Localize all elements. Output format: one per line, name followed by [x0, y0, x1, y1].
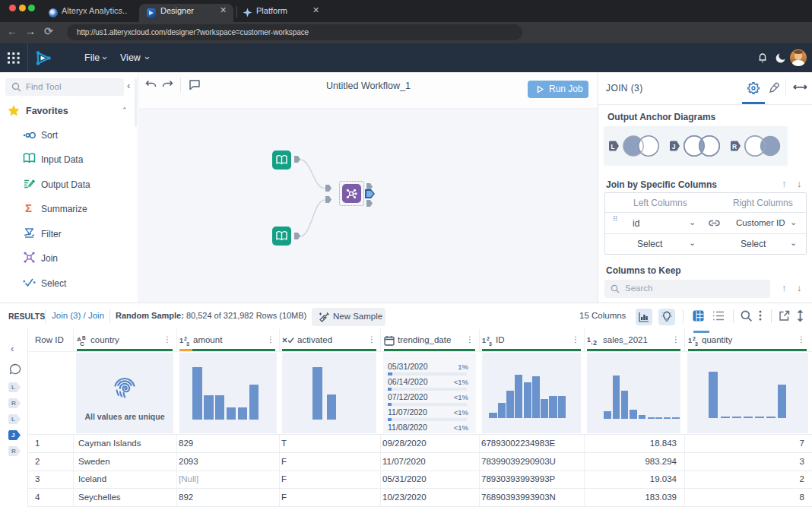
svg-text:2: 2	[487, 336, 490, 341]
svg-text:2: 2	[693, 336, 696, 341]
svg-text:3: 3	[186, 341, 189, 347]
svg-text:R: R	[732, 143, 737, 151]
svg-text:1: 1	[179, 337, 183, 344]
svg-text:3: 3	[695, 341, 698, 347]
svg-text:B: B	[82, 335, 86, 341]
svg-text:J: J	[672, 143, 676, 151]
svg-text:C: C	[80, 341, 84, 347]
svg-text:L: L	[611, 143, 614, 151]
svg-text:3: 3	[489, 341, 492, 347]
svg-text:1: 1	[688, 337, 692, 344]
svg-text:2: 2	[593, 339, 597, 347]
svg-text:1: 1	[482, 337, 486, 344]
svg-text:2: 2	[184, 336, 187, 341]
